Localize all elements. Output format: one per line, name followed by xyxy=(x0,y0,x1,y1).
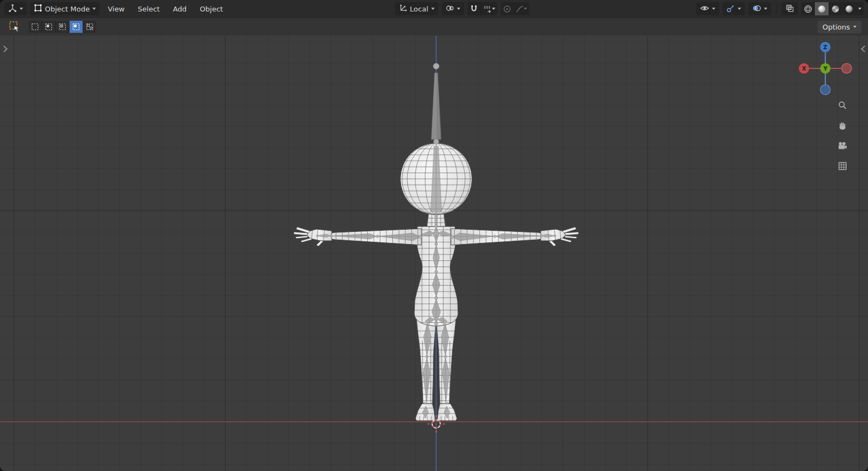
chevron-down-icon xyxy=(764,8,767,10)
editor-type-icon xyxy=(8,4,17,14)
gizmo-axis-x-negative[interactable] xyxy=(842,63,852,73)
menu-view[interactable]: View xyxy=(103,2,130,15)
gizmo-z-label: Z xyxy=(823,44,827,50)
chevron-down-icon xyxy=(431,8,435,10)
proportional-edit-toggle[interactable] xyxy=(501,2,513,15)
orientation-label: Local xyxy=(410,5,429,13)
xray-icon xyxy=(785,4,794,14)
shading-dropdown[interactable] xyxy=(856,2,864,15)
shading-wireframe-button[interactable] xyxy=(801,2,815,15)
chevron-down-icon xyxy=(853,26,857,28)
object-mode-icon xyxy=(34,4,42,14)
xray-toggle[interactable] xyxy=(782,2,798,15)
scene-canvas[interactable] xyxy=(0,36,868,471)
gizmos-dropdown[interactable] xyxy=(722,2,745,15)
select-mode-set[interactable] xyxy=(28,21,42,33)
camera-view-button[interactable] xyxy=(836,141,848,150)
chevron-down-icon xyxy=(858,8,861,10)
mode-selector-label: Object Mode xyxy=(45,5,90,13)
gizmo-axis-y-positive[interactable]: Y xyxy=(820,63,831,74)
gizmo-axis-x-positive[interactable]: X xyxy=(799,63,809,74)
options-label: Options xyxy=(823,23,850,31)
object-visibility-dropdown[interactable] xyxy=(696,2,719,15)
pan-hand-button[interactable] xyxy=(836,120,848,130)
chevron-down-icon xyxy=(492,8,495,10)
viewport-header: Object Mode View Select Add Object Local xyxy=(0,0,868,18)
pivot-point-dropdown[interactable] xyxy=(442,2,464,15)
gizmo-x-label: X xyxy=(802,66,806,72)
shading-mode-group xyxy=(801,2,864,15)
separator xyxy=(776,4,777,14)
menu-select[interactable]: Select xyxy=(133,2,165,15)
chevron-down-icon xyxy=(457,8,460,10)
overlays-icon xyxy=(752,4,761,14)
shading-material-button[interactable] xyxy=(829,2,842,15)
editor-type-button[interactable] xyxy=(4,2,27,15)
shading-solid-button[interactable] xyxy=(815,2,829,15)
transform-orientation-dropdown[interactable]: Local xyxy=(395,2,438,15)
select-mode-intersect[interactable] xyxy=(83,21,96,33)
select-mode-extend[interactable] xyxy=(42,21,55,33)
blender-window: Object Mode View Select Add Object Local xyxy=(0,0,868,471)
viewport-nav-buttons xyxy=(836,100,848,171)
gizmo-axis-z-positive[interactable]: Z xyxy=(820,42,831,53)
mode-selector[interactable]: Object Mode xyxy=(30,2,100,15)
snap-target-dropdown[interactable] xyxy=(481,2,497,15)
gizmo-y-label: Y xyxy=(823,66,828,72)
orientation-axes-icon xyxy=(399,4,407,14)
navigation-axis-gizmo[interactable]: X Z Y xyxy=(798,41,853,96)
pivot-point-icon xyxy=(445,4,454,14)
menu-object[interactable]: Object xyxy=(195,2,228,15)
gizmo-icon xyxy=(726,4,735,14)
select-mode-group xyxy=(28,21,96,33)
toggle-ortho-grid-button[interactable] xyxy=(836,161,848,171)
gizmo-axis-z-negative[interactable] xyxy=(820,85,830,95)
tool-settings-bar: Options xyxy=(0,18,868,36)
options-dropdown[interactable]: Options xyxy=(818,21,861,33)
chevron-down-icon xyxy=(712,8,715,10)
chevron-down-icon xyxy=(524,8,527,10)
proportional-edit-group xyxy=(501,2,529,15)
eye-icon xyxy=(700,4,709,14)
select-mode-subtract[interactable] xyxy=(56,21,69,33)
zoom-button[interactable] xyxy=(836,100,848,110)
chevron-down-icon xyxy=(20,8,23,10)
proportional-falloff-dropdown[interactable] xyxy=(513,2,529,15)
snap-magnet-toggle[interactable] xyxy=(467,2,481,15)
3d-viewport[interactable]: X Z Y xyxy=(0,36,868,471)
chevron-down-icon xyxy=(738,8,741,10)
tweak-tool-button[interactable] xyxy=(7,20,23,34)
shading-rendered-button[interactable] xyxy=(842,2,856,15)
snapping-group xyxy=(467,2,497,15)
select-mode-invert[interactable] xyxy=(70,21,83,33)
overlays-dropdown[interactable] xyxy=(748,2,771,15)
menu-add[interactable]: Add xyxy=(168,2,192,15)
chevron-down-icon xyxy=(92,8,96,10)
